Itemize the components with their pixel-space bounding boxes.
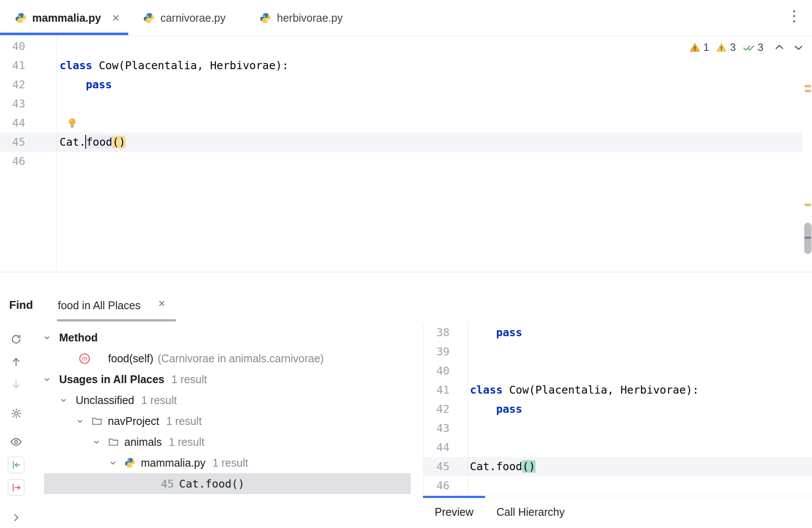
- chevron-down-icon[interactable]: [792, 41, 805, 54]
- python-icon: [260, 12, 271, 24]
- preview-code: pass class Cow(Placentalia, Herbivorae):…: [470, 324, 812, 495]
- node-label: animals: [124, 436, 162, 448]
- scrollbar-thumb[interactable]: [804, 223, 812, 254]
- tree-row-method-item[interactable]: m food(self) (Carnivorae in animals.carn…: [79, 348, 324, 369]
- active-tab-indicator: [423, 496, 485, 498]
- node-label: Unclassified: [76, 394, 134, 407]
- usage-match: food: [205, 478, 231, 490]
- tree-row-usage-selected[interactable]: 45Cat.food(): [44, 473, 411, 494]
- tab-mammalia[interactable]: mammalia.py ×: [0, 0, 128, 36]
- result-count: 1 result: [213, 457, 248, 469]
- previous-occurrence-button[interactable]: [8, 354, 24, 370]
- weak-warning-group[interactable]: 3: [716, 41, 735, 53]
- identifier-highlight: food: [86, 136, 112, 148]
- code-editor[interactable]: 40 41 42 43 44 45 46 class Cow(Placental…: [0, 37, 812, 272]
- show-read-access-toggle[interactable]: [8, 457, 24, 473]
- chevron-down-icon[interactable]: [108, 461, 118, 465]
- chevron-down-icon[interactable]: [91, 440, 102, 444]
- arrow-up-icon: [10, 356, 22, 368]
- eye-icon: [10, 436, 22, 448]
- tab-call-hierarchy[interactable]: Call Hierarchy: [485, 496, 576, 528]
- tree-row-file[interactable]: mammalia.py 1 result: [108, 452, 248, 473]
- find-results-tab[interactable]: food in All Places: [58, 299, 140, 312]
- editor-gutter: 40 41 42 43 44 45 46: [0, 37, 57, 272]
- chevron-down-icon[interactable]: [75, 419, 85, 423]
- expand-toolbar-button[interactable]: [8, 509, 24, 526]
- chevron-down-icon[interactable]: [42, 336, 52, 340]
- folder-icon: [108, 436, 119, 448]
- editor-tab-bar: mammalia.py × carnivorae.py: [0, 0, 812, 36]
- tab-label: herbivorae.py: [277, 12, 343, 24]
- usage-line-number: 45: [161, 478, 174, 490]
- code-area[interactable]: class Cow(Placentalia, Herbivorae): pass…: [60, 37, 795, 171]
- tree-row-project[interactable]: navProject 1 result: [75, 411, 202, 431]
- scrollbar-warning-mark[interactable]: [805, 85, 811, 87]
- python-icon: [143, 12, 155, 24]
- show-write-access-toggle[interactable]: [8, 479, 24, 496]
- close-icon[interactable]: ×: [112, 11, 120, 24]
- intention-bulb-icon[interactable]: [66, 117, 78, 129]
- close-icon[interactable]: ×: [158, 297, 165, 311]
- keyword: class: [60, 59, 99, 72]
- preview-line-45: Cat.food(): [470, 457, 812, 476]
- line-number: 43: [424, 419, 468, 438]
- group-label: Usages in All Places: [59, 373, 164, 386]
- line-number: 41: [424, 381, 468, 400]
- next-occurrence-button[interactable]: [8, 376, 24, 393]
- keyword: pass: [470, 403, 522, 415]
- tree-row-usages-group[interactable]: Usages in All Places 1 result: [42, 369, 207, 390]
- settings-button[interactable]: [8, 405, 24, 421]
- passed-count: 3: [758, 41, 763, 53]
- code-line-46[interactable]: [60, 152, 795, 171]
- code-text: Cow(Placentalia, Herbivorae):: [509, 384, 699, 396]
- code-line-44[interactable]: [60, 114, 795, 133]
- code-text: Cow(Placentalia, Herbivorae):: [99, 59, 289, 72]
- refresh-icon: [10, 334, 22, 345]
- warning-count: 1: [703, 41, 709, 53]
- line-number: 38: [424, 324, 468, 342]
- preview-line-43: [470, 419, 812, 438]
- passed-group[interactable]: 3: [743, 41, 763, 53]
- chevron-down-icon[interactable]: [42, 378, 52, 381]
- write-access-icon: [10, 482, 22, 493]
- warning-icon: [689, 42, 700, 53]
- line-number: 46: [0, 152, 57, 171]
- code-line-41[interactable]: class Cow(Placentalia, Herbivorae):: [60, 56, 795, 75]
- python-icon: [15, 12, 27, 24]
- tab-preview[interactable]: Preview: [423, 496, 485, 528]
- tree-row-unclassified[interactable]: Unclassified 1 result: [58, 390, 177, 411]
- code-text: Cat.food: [470, 460, 522, 473]
- scrollbar-warning-mark[interactable]: [805, 204, 811, 206]
- preview-line-46: [470, 476, 812, 495]
- scrollbar-warning-mark[interactable]: [805, 90, 811, 92]
- arrow-down-icon: [10, 379, 22, 390]
- tree-row-animals[interactable]: animals 1 result: [91, 431, 204, 452]
- code-line-45[interactable]: Cat.food(): [60, 133, 795, 152]
- chevron-up-icon[interactable]: [773, 41, 786, 54]
- code-line-43[interactable]: [60, 94, 795, 114]
- find-panel-title: Find: [9, 298, 33, 312]
- svg-text:m: m: [82, 355, 87, 362]
- tab-herbivorae[interactable]: herbivorae.py: [245, 0, 362, 36]
- active-tab-indicator: [0, 33, 128, 35]
- preview-line-44: [470, 438, 812, 457]
- preview-tab-bar: Preview Call Hierarchy: [423, 496, 812, 528]
- line-number: 41: [0, 56, 57, 75]
- result-count: 1 result: [166, 415, 202, 428]
- strong-warning-group[interactable]: 1: [689, 41, 709, 53]
- chevron-down-icon[interactable]: [58, 398, 69, 402]
- line-number: 44: [424, 438, 468, 457]
- code-line-42[interactable]: pass: [60, 75, 795, 94]
- tab-carnivorae[interactable]: carnivorae.py: [128, 0, 245, 36]
- keyword: pass: [60, 78, 112, 91]
- preview-line-39: [470, 342, 812, 361]
- code-text: Cat.: [60, 136, 86, 148]
- inspection-widget: 1 3 3: [682, 40, 805, 55]
- chevron-right-icon: [11, 512, 21, 523]
- preview-toggle-button[interactable]: [8, 434, 24, 450]
- find-tool-window: Find food in All Places ×: [0, 272, 812, 528]
- kebab-menu-icon[interactable]: ⋮: [787, 7, 802, 24]
- rerun-search-button[interactable]: [8, 331, 24, 348]
- usage-code: Cat.: [179, 478, 205, 490]
- line-number: 43: [0, 94, 57, 114]
